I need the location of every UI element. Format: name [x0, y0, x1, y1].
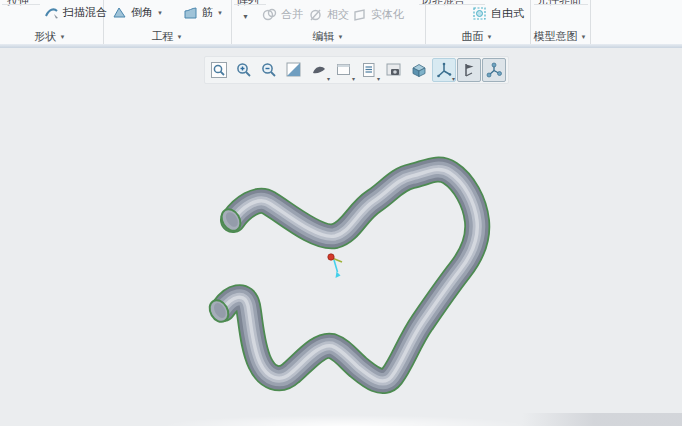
button-edge: [234, 4, 266, 5]
group-label-text: 曲面: [462, 29, 484, 44]
chevron-down-icon: ▾: [452, 75, 455, 82]
group-label-surface[interactable]: 曲面 ▼: [452, 29, 502, 44]
chevron-down-icon: ▼: [338, 34, 344, 40]
chevron-down-icon: ▼: [487, 34, 493, 40]
bottom-right-smudge: [522, 413, 682, 426]
pattern-dropdown-caret[interactable]: ▼: [242, 13, 249, 20]
bottom-glow: [160, 415, 530, 426]
chevron-down-icon: ▼: [177, 34, 183, 40]
saved-orientations-icon[interactable]: ▾: [332, 58, 356, 82]
intersect-icon: [308, 7, 323, 22]
spin-center-marker: [328, 254, 342, 278]
ribbon: 拉伸 扫描混合 倒角 ▼ 筋 ▼ 阵列 ▼ 合并 相交: [0, 0, 682, 44]
rib-icon: [183, 5, 198, 20]
merge-label: 合并: [281, 7, 303, 22]
freestyle-button[interactable]: 自由式: [472, 6, 524, 21]
rib-button[interactable]: 筋 ▼: [183, 5, 223, 20]
repaint-icon[interactable]: [282, 58, 306, 82]
sweep-blend-button[interactable]: 扫描混合: [44, 5, 107, 20]
chevron-down-icon: ▼: [60, 34, 66, 40]
chevron-down-icon: ▾: [352, 75, 355, 82]
merge-icon: [262, 7, 277, 22]
chamfer-label: 倒角: [131, 5, 153, 20]
chevron-down-icon[interactable]: ▼: [157, 10, 163, 16]
group-label-text: 编辑: [313, 29, 335, 44]
group-label-shape[interactable]: 形状 ▼: [25, 29, 75, 44]
perspective-icon[interactable]: [407, 58, 431, 82]
sweep-blend-icon: [44, 5, 59, 20]
intersect-label: 相交: [327, 7, 349, 22]
solidify-button: 实体化: [352, 7, 404, 22]
zoom-in-icon[interactable]: [232, 58, 256, 82]
group-label-text: 工程: [152, 29, 174, 44]
refit-icon[interactable]: [207, 58, 231, 82]
group-separator: [231, 0, 232, 44]
sweep-blend-label: 扫描混合: [63, 5, 107, 20]
view-manager-icon[interactable]: ▾: [357, 58, 381, 82]
freestyle-label: 自由式: [491, 6, 524, 21]
chamfer-button[interactable]: 倒角 ▼: [112, 5, 163, 20]
rib-label: 筋: [202, 5, 213, 20]
group-label-engineering[interactable]: 工程 ▼: [142, 29, 192, 44]
chevron-down-icon: ▼: [581, 34, 587, 40]
solidify-label: 实体化: [371, 7, 404, 22]
chevron-down-icon[interactable]: ▼: [217, 10, 223, 16]
datum-display-icon[interactable]: ▾: [432, 58, 456, 82]
solidify-icon: [352, 7, 367, 22]
display-style-icon[interactable]: ▾: [307, 58, 331, 82]
annotation-display-icon[interactable]: [457, 58, 481, 82]
graphics-toolbar: ▾ ▾ ▾ ▾: [204, 56, 509, 84]
chevron-down-icon: ▾: [377, 75, 380, 82]
button-edge: [2, 4, 40, 5]
intersect-button: 相交: [308, 7, 349, 22]
capture-icon[interactable]: [382, 58, 406, 82]
group-label-text: 形状: [35, 29, 57, 44]
swept-tube-model[interactable]: [0, 48, 682, 426]
group-label-edit[interactable]: 编辑 ▼: [303, 29, 353, 44]
group-label-text: 模型意图: [534, 29, 578, 44]
merge-button: 合并: [262, 7, 303, 22]
chamfer-icon: [112, 5, 127, 20]
graphics-viewport[interactable]: [0, 48, 682, 426]
button-edge: [419, 4, 485, 5]
zoom-out-icon[interactable]: [257, 58, 281, 82]
button-edge: [534, 4, 588, 5]
spin-center-icon[interactable]: [482, 58, 506, 82]
freestyle-icon: [472, 6, 487, 21]
chevron-down-icon: ▾: [327, 75, 330, 82]
group-label-model-intent[interactable]: 模型意图 ▼: [524, 29, 596, 44]
